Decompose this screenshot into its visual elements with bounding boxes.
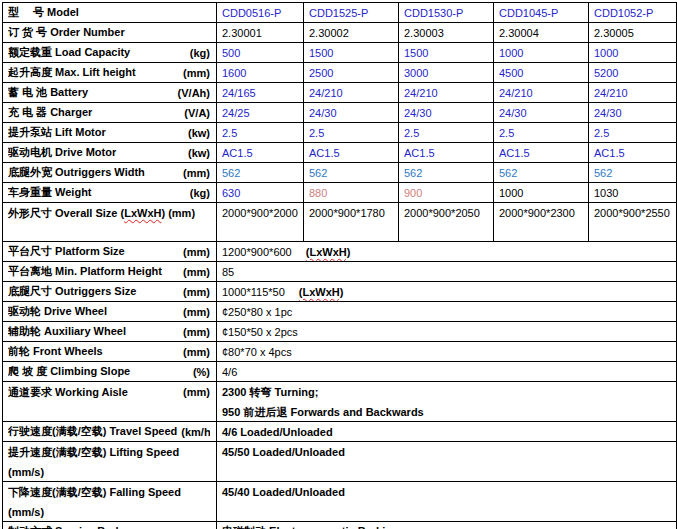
row-label-cell: 驱动电机 Drive Motor(kw) [3, 143, 217, 163]
row-label-cell: 辅助轮 Auxiliary Wheel(mm) [3, 322, 217, 342]
value-cell: 1200*900*600(LxWxH) [217, 242, 677, 262]
model-cell: CDD1052-P [589, 3, 677, 23]
row-label: 车身重量 Weight [8, 185, 92, 200]
row-label-cell: 行驶速度(满载/空载) Travel Speed(km/h) [3, 422, 217, 442]
value-cell: AC1.5 [304, 143, 399, 163]
row-unit: (kg) [190, 187, 210, 199]
row-charger: 充 电 器 Charger(V/A) 24/25 24/30 24/30 24/… [3, 103, 677, 123]
row-label-cell: 底腿尺寸 Outriggers Size(mm) [3, 282, 217, 302]
spec-sheet-page: 型 号 Model CDD0516-P CDD1525-P CDD1530-P … [0, 0, 677, 529]
spellcheck-word: (LxWxH) [299, 286, 344, 298]
row-label-cell: 车身重量 Weight(kg) [3, 183, 217, 203]
row-outriggers-width: 底腿外宽 Outriggers Width(mm) 562 562 562 56… [3, 163, 677, 183]
value-cell: 24/30 [589, 103, 677, 123]
value-cell: 3000 [399, 63, 494, 83]
row-label: 起升高度 Max. Lift height [8, 65, 136, 80]
value-cell: 2.5 [589, 123, 677, 143]
value-cell: AC1.5 [494, 143, 589, 163]
value-cell: 24/30 [399, 103, 494, 123]
row-label-cell: 下降速度(满载/空载) Falling Speed (mm/s) [3, 482, 217, 522]
row-overall-size: 外形尺寸 Overall Size (LxWxH) (mm) 2000*900*… [3, 203, 677, 242]
value-cell: 562 [399, 163, 494, 183]
row-unit: (mm) [183, 384, 210, 401]
value-cell: 2.5 [304, 123, 399, 143]
row-label-cell: 爬 坡 度 Climbing Slope(%) [3, 362, 217, 382]
row-front-wheels: 前轮 Front Wheels(mm) ¢80*70 x 4pcs [3, 342, 677, 362]
row-label-cell: 通道要求 Working Aisle(mm) [3, 382, 217, 422]
row-lift-motor: 提升泵站 Lift Motor(kw) 2.5 2.5 2.5 2.5 2.5 [3, 123, 677, 143]
row-unit: (mm) [183, 246, 210, 258]
row-label: 底腿尺寸 Outriggers Size [8, 284, 136, 299]
row-platform-size: 平台尺寸 Platform Size(mm) 1200*900*600(LxWx… [3, 242, 677, 262]
row-label-cell: 蓄 电 池 Battery(V/Ah) [3, 83, 217, 103]
value-cell: 2300 转弯 Turning; 950 前进后退 Forwards and B… [217, 382, 677, 422]
row-label: 制动方式 Service Brake [8, 524, 128, 529]
row-unit: (mm/s) [8, 464, 210, 481]
row-unit: (mm/s) [8, 504, 210, 521]
row-label: 蓄 电 池 Battery [8, 85, 88, 100]
row-falling-speed: 下降速度(满载/空载) Falling Speed (mm/s) 45/40 L… [3, 482, 677, 522]
value-cell: 2000*900*2050 [399, 203, 494, 242]
value-cell: 24/210 [494, 83, 589, 103]
row-label: 底腿外宽 Outriggers Width [8, 165, 145, 180]
row-label: 提升泵站 Lift Motor [8, 125, 106, 140]
row-label-cell: 型 号 Model [3, 3, 217, 23]
row-unit: (%) [193, 366, 210, 378]
value-cell: ¢80*70 x 4pcs [217, 342, 677, 362]
value-cell: 2000*900*2550 [589, 203, 677, 242]
row-label-cell: 底腿外宽 Outriggers Width(mm) [3, 163, 217, 183]
row-label: 充 电 器 Charger [8, 105, 92, 120]
value-cell: 24/210 [399, 83, 494, 103]
row-auxiliary-wheel: 辅助轮 Auxiliary Wheel(mm) ¢150*50 x 2pcs [3, 322, 677, 342]
row-unit: (kw) [188, 127, 210, 139]
row-label: 型 号 Model [8, 5, 79, 20]
row-label: 下降速度(满载/空载) Falling Speed [8, 484, 210, 501]
row-unit: (mm) [183, 306, 210, 318]
row-lift-height: 起升高度 Max. Lift height(mm) 1600 2500 3000… [3, 63, 677, 83]
value-cell: 2.30001 [217, 23, 304, 43]
spellcheck-word: (LxWxH) [306, 246, 351, 258]
row-unit: (mm) [183, 67, 210, 79]
row-order-number: 订 货 号 Order Number 2.30001 2.30002 2.300… [3, 23, 677, 43]
row-unit: (mm) [183, 266, 210, 278]
value-cell: 2.30003 [399, 23, 494, 43]
row-label-cell: 额定载重 Load Capacity(kg) [3, 43, 217, 63]
value-cell: 24/210 [304, 83, 399, 103]
value-cell: 500 [217, 43, 304, 63]
value-cell: 900 [399, 183, 494, 203]
value-cell: 5200 [589, 63, 677, 83]
value-cell: 85 [217, 262, 677, 282]
value-cell: 1000*115*50(LxWxH) [217, 282, 677, 302]
value-cell: AC1.5 [399, 143, 494, 163]
row-battery: 蓄 电 池 Battery(V/Ah) 24/165 24/210 24/210… [3, 83, 677, 103]
value-cell: 45/50 Loaded/Unloaded [217, 442, 677, 482]
value-cell: 1600 [217, 63, 304, 83]
value-cell: 1000 [494, 183, 589, 203]
row-label-cell: 订 货 号 Order Number [3, 23, 217, 43]
row-label: 爬 坡 度 Climbing Slope [8, 364, 130, 379]
value-cell: 2.30002 [304, 23, 399, 43]
row-label-cell: 驱动轮 Drive Wheel(mm) [3, 302, 217, 322]
model-cell: CDD1530-P [399, 3, 494, 23]
row-label: 驱动轮 Drive Wheel [8, 304, 107, 319]
row-label: 外形尺寸 Overall Size (LxWxH) (mm) [8, 207, 195, 219]
value-cell: 2.30005 [589, 23, 677, 43]
row-lifting-speed: 提升速度(满载/空载) Lifting Speed (mm/s) 45/50 L… [3, 442, 677, 482]
row-label: 前轮 Front Wheels [8, 344, 103, 359]
row-unit: (mm) [183, 346, 210, 358]
value-cell: 1030 [589, 183, 677, 203]
value-cell: 880 [304, 183, 399, 203]
row-climbing-slope: 爬 坡 度 Climbing Slope(%) 4/6 [3, 362, 677, 382]
value-cell: 24/165 [217, 83, 304, 103]
value-cell: 562 [589, 163, 677, 183]
row-label-cell: 提升泵站 Lift Motor(kw) [3, 123, 217, 143]
row-unit: (kw) [188, 147, 210, 159]
row-label: 额定载重 Load Capacity [8, 45, 130, 60]
row-label-cell: 充 电 器 Charger(V/A) [3, 103, 217, 123]
model-cell: CDD1045-P [494, 3, 589, 23]
row-unit: (kg) [190, 47, 210, 59]
value-cell: 4500 [494, 63, 589, 83]
value-cell: 24/30 [304, 103, 399, 123]
value-cell: AC1.5 [217, 143, 304, 163]
row-outriggers-size: 底腿尺寸 Outriggers Size(mm) 1000*115*50(LxW… [3, 282, 677, 302]
